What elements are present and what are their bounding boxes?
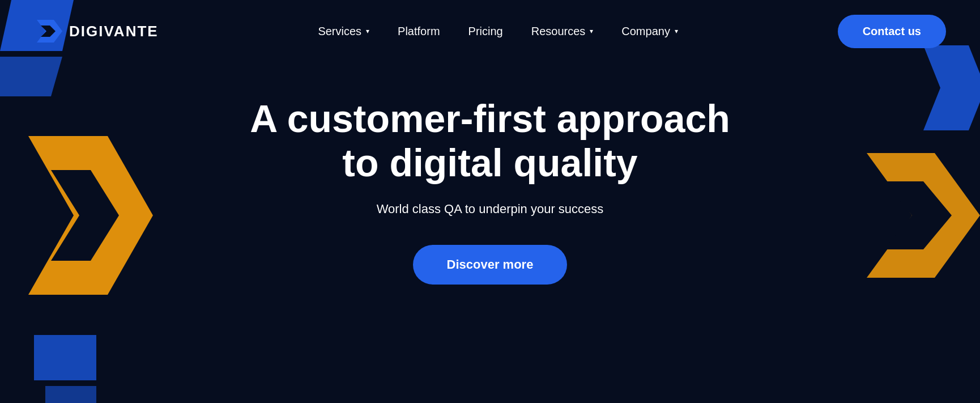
hero-subtitle: World class QA to underpin your success — [377, 202, 604, 217]
chevron-down-icon: ▾ — [590, 27, 593, 35]
nav-item-pricing[interactable]: Pricing — [457, 20, 514, 43]
chevron-down-icon: ▾ — [675, 27, 678, 35]
brand-name: DIGIVANTE — [69, 23, 159, 40]
deco-shape-bottom-left — [34, 335, 91, 403]
nav-links: Services ▾ Platform Pricing Resources ▾ … — [306, 20, 689, 43]
page-wrapper: DIGIVANTE Services ▾ Platform Pricing Re… — [0, 0, 980, 403]
chevron-down-icon: ▾ — [366, 27, 369, 35]
navbar: DIGIVANTE Services ▾ Platform Pricing Re… — [0, 0, 980, 62]
svg-marker-3 — [34, 335, 96, 380]
logo-icon — [34, 17, 62, 45]
nav-item-company[interactable]: Company ▾ — [610, 20, 689, 43]
hero-section: A customer-first approach to digital qua… — [0, 62, 980, 285]
nav-item-platform[interactable]: Platform — [386, 20, 451, 43]
hero-title: A customer-first approach to digital qua… — [235, 96, 745, 185]
nav-item-resources[interactable]: Resources ▾ — [520, 20, 605, 43]
logo-area[interactable]: DIGIVANTE — [34, 17, 159, 45]
svg-marker-4 — [45, 386, 96, 403]
nav-item-services[interactable]: Services ▾ — [306, 20, 381, 43]
discover-more-button[interactable]: Discover more — [413, 245, 568, 285]
contact-us-button[interactable]: Contact us — [838, 15, 946, 48]
